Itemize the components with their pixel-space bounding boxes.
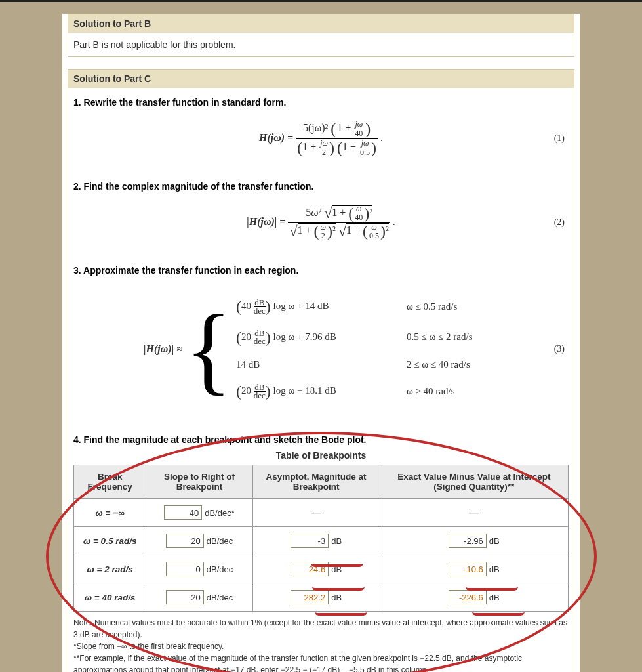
table-row: ω = 0.5 rad/s20dB/dec-3dB-2.96dB [74, 527, 569, 555]
piecewise-expr: (20 dBdec) log ω − 18.1 dB [236, 383, 367, 400]
eq-number-1: (1) [554, 133, 565, 144]
slope-unit: dB/dec [207, 564, 233, 574]
part-b-body: Part B is not applicable for this proble… [68, 33, 574, 56]
slope-input[interactable]: 40 [164, 505, 202, 520]
piecewise-expr: 14 dB [236, 359, 367, 370]
piecewise-cond: ω ≤ 0.5 rad/s [407, 301, 498, 312]
step-2-heading: 2. Find the complex magnitude of the tra… [73, 181, 569, 192]
piecewise-cond: ω ≥ 40 rad/s [407, 386, 498, 397]
bp-freq: ω = −∞ [74, 499, 146, 527]
page-container: Solution to Part B Part B is not applica… [0, 0, 642, 672]
equation-2: |H(jω)| = 5ω² √1 + (ω40)² √1 + (ω2)² √1 … [73, 200, 569, 245]
piecewise-line: (20 dBdec) log ω − 18.1 dBω ≥ 40 rad/s [236, 383, 498, 400]
step-4-heading: 4. Find the magnitude at each breakpoint… [73, 434, 569, 445]
part-b-header: Solution to Part B [68, 14, 574, 33]
footnotes: Note: Numerical values must be accurate … [73, 617, 569, 672]
eq-number-2: (2) [554, 217, 565, 228]
bp-diff-cell: -10.6dB [380, 555, 568, 583]
eq-lhs: H(jω) = [259, 132, 296, 143]
slope-input[interactable]: 20 [166, 590, 204, 604]
asym-input[interactable]: -3 [291, 534, 329, 548]
topbar [0, 0, 642, 2]
diff-input[interactable]: -2.96 [449, 534, 487, 548]
table-caption: Table of Breakpoints [73, 450, 569, 461]
piecewise-line: 14 dB2 ≤ ω ≤ 40 rad/s [236, 359, 498, 370]
piecewise-line: (40 dBdec) log ω + 14 dBω ≤ 0.5 rad/s [236, 298, 498, 315]
annotation-underline [466, 583, 518, 591]
eq-number-3: (3) [554, 344, 565, 354]
bp-diff-cell: — [380, 499, 568, 527]
slope-unit: dB/dec [207, 536, 233, 546]
piecewise-cond: 2 ≤ ω ≤ 40 rad/s [407, 359, 498, 370]
brace-icon: { [185, 310, 232, 388]
annotation-underline [312, 583, 365, 591]
bp-slope-cell: 40dB/dec* [146, 499, 252, 527]
diff-input[interactable]: -226.6 [449, 590, 487, 604]
bp-diff-cell: -2.96dB [380, 527, 568, 555]
diff-unit: dB [489, 564, 500, 574]
dash-icon: — [311, 507, 321, 518]
part-c-header: Solution to Part C [68, 70, 574, 88]
asym-input[interactable]: 282.2 [291, 590, 329, 604]
bp-asym-cell: — [252, 499, 380, 527]
table-row: ω = −∞40dB/dec*—— [74, 499, 569, 527]
equation-3: |H(jω)| ≈ { (40 dBdec) log ω + 14 dBω ≤ … [73, 284, 569, 415]
bp-freq: ω = 0.5 rad/s [74, 527, 146, 555]
slope-unit: dB/dec* [205, 508, 235, 518]
diff-input[interactable]: -10.6 [449, 562, 487, 576]
annotation-underline [311, 559, 363, 567]
bp-slope-cell: 0dB/dec [146, 555, 252, 583]
col-asym: Asymptot. Magnitude at Breakpoint [252, 465, 380, 499]
diff-unit: dB [489, 536, 500, 546]
piecewise-cond: 0.5 ≤ ω ≤ 2 rad/s [407, 331, 498, 343]
bp-slope-cell: 20dB/dec [146, 583, 252, 612]
eq-mag-lhs: |H(jω)| = [247, 216, 288, 227]
bp-slope-cell: 20dB/dec [146, 527, 252, 555]
part-c-box: Solution to Part C 1. Rewrite the transf… [68, 69, 574, 672]
step-3-heading: 3. Approximate the transfer function in … [73, 265, 569, 276]
piecewise-expr: (40 dBdec) log ω + 14 dB [236, 298, 367, 315]
col-break-freq: Break Frequency [74, 465, 146, 499]
diff-unit: dB [489, 593, 500, 602]
bp-freq: ω = 40 rad/s [74, 583, 146, 612]
asym-unit: dB [331, 536, 342, 546]
content-area: Solution to Part B Part B is not applica… [62, 14, 580, 672]
piecewise-expr: (20 dBdec) log ω + 7.96 dB [236, 329, 367, 346]
col-diff: Exact Value Minus Value at Intercept (Si… [380, 465, 568, 499]
footnote-2: *Slope from −∞ to the first break freque… [73, 640, 569, 652]
annotation-underline [315, 608, 367, 616]
footnote-3: **For example, if the exact value of the… [73, 652, 569, 672]
asym-unit: dB [331, 593, 342, 602]
eq-approx-lhs: |H(jω)| ≈ [144, 343, 182, 355]
equation-1: H(jω) = 5(jω)² (1 + jω40) (1 + jω2) (1 +… [73, 116, 569, 161]
piecewise-line: (20 dBdec) log ω + 7.96 dB0.5 ≤ ω ≤ 2 ra… [236, 329, 498, 346]
footnote-1: Note: Numerical values must be accurate … [73, 617, 569, 640]
bp-freq: ω = 2 rad/s [74, 555, 146, 583]
slope-unit: dB/dec [207, 593, 233, 602]
dash-icon: — [469, 507, 479, 518]
bp-asym-cell: -3dB [252, 527, 380, 555]
eq1-num-left: 5(jω)² [303, 122, 328, 133]
annotation-underline [472, 608, 525, 616]
col-slope: Slope to Right of Breakpoint [146, 465, 252, 499]
part-b-box: Solution to Part B Part B is not applica… [68, 14, 574, 57]
step-1-heading: 1. Rewrite the transfer function in stan… [73, 97, 569, 108]
slope-input[interactable]: 0 [166, 562, 204, 576]
slope-input[interactable]: 20 [166, 534, 204, 548]
